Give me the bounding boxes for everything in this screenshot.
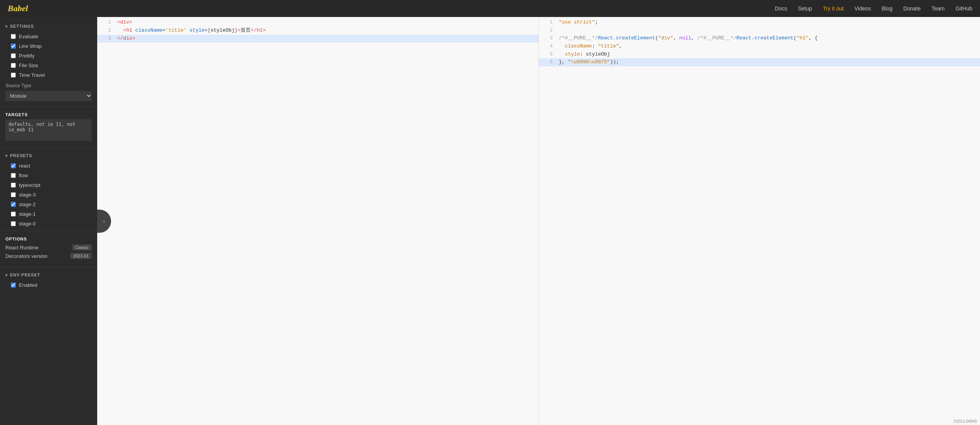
preset-item-stage-1: stage-1 [0,209,97,219]
output-line-number-5: 5 [542,51,553,58]
output-line-2: 2 [539,27,980,34]
nav-link-donate[interactable]: Donate [903,5,921,12]
nav-link-team[interactable]: Team [931,5,945,12]
output-line-content-4: className: "title", [559,42,977,51]
enabled-item: Enabled [0,280,97,290]
preset-item-stage-0: stage-0 [0,219,97,229]
filesize-label[interactable]: File Size [19,63,38,68]
preset-item-typescript: typescript [0,180,97,190]
nav-link-docs[interactable]: Docs [775,5,787,12]
preset-stage-0-label[interactable]: stage-0 [19,221,35,227]
output-line-number-2: 2 [542,27,553,34]
input-lines: 1<div>2 <h1 className='title' style={sty… [97,17,538,425]
preset-item-stage-2: stage-2 [0,200,97,209]
filesize-checkbox[interactable] [11,63,16,68]
divider-1 [0,107,97,107]
line-content-2: <h1 className='title' style={styleObj}>首… [117,27,535,35]
output-line-5: 5 style: styleObj [539,51,980,59]
react-runtime-label: React Runtime [5,245,39,251]
settings-items: EvaluateLine WrapPrettifyFile SizeTime T… [0,32,97,80]
input-line-2: 2 <h1 className='title' style={styleObj}… [97,27,538,35]
chevron-down-icon: ▾ [5,24,8,29]
targets-label: TARGETS [5,112,92,117]
options-section: OPTIONS React Runtime Classic Decorators… [0,234,97,264]
line-content-1: <div> [117,19,535,27]
chevron-down-icon-2: ▾ [5,154,8,158]
logo: Babel [8,3,28,14]
preset-react-label[interactable]: react [19,163,30,169]
output-line-number-4: 4 [542,42,553,50]
enabled-checkbox[interactable] [11,283,16,288]
line-content-3: </div> [117,35,535,43]
prettify-checkbox[interactable] [11,53,16,58]
settings-item-prettify: Prettify [0,51,97,61]
preset-flow-label[interactable]: flow [19,173,28,178]
source-type-select[interactable]: Module [5,91,92,101]
divider-2 [0,147,97,148]
output-line-3: 3/*#__PURE__*/React.createElement("div",… [539,34,980,42]
targets-textarea[interactable]: defaults, not ie 11, not ie_mob 11 [5,119,92,141]
output-line-number-3: 3 [542,34,553,42]
react-runtime-button[interactable]: Classic [72,244,92,251]
top-nav: Babel DocsSetupTry it outVideosBlogDonat… [0,0,980,17]
evaluate-label[interactable]: Evaluate [19,34,39,39]
output-line-content-1: "use strict"; [559,19,977,27]
preset-flow-checkbox[interactable] [11,173,16,178]
decorators-version-button[interactable]: 2023-01 [70,253,92,259]
output-line-6: 6}, "\u9996\u9875")); [539,58,980,66]
env-preset-header[interactable]: ▾ ENV PRESET [0,269,97,280]
timetravel-label[interactable]: Time Travel [19,72,45,78]
input-editor-pane[interactable]: 1<div>2 <h1 className='title' style={sty… [97,17,538,425]
nav-link-try-it-out[interactable]: Try it out [823,5,844,12]
preset-stage-0-checkbox[interactable] [11,221,16,226]
main-layout: ▾ SETTINGS EvaluateLine WrapPrettifyFile… [0,17,980,425]
settings-item-filesize: File Size [0,61,97,70]
prettify-label[interactable]: Prettify [19,53,34,59]
presets-header[interactable]: ▾ PRESETS [0,150,97,161]
settings-item-evaluate: Evaluate [0,32,97,41]
enabled-label[interactable]: Enabled [19,282,37,288]
preset-item-react: react [0,161,97,171]
nav-link-github[interactable]: GitHub [955,5,972,12]
input-line-1: 1<div> [97,19,538,27]
preset-stage-1-checkbox[interactable] [11,212,16,217]
preset-item-flow: flow [0,171,97,180]
preset-stage-3-checkbox[interactable] [11,192,16,197]
settings-item-linewrap: Line Wrap [0,41,97,51]
output-line-4: 4 className: "title", [539,42,980,51]
decorators-version-label: Decorators version [5,253,47,259]
settings-header[interactable]: ▾ SETTINGS [0,21,97,32]
line-number-2: 2 [100,27,111,34]
evaluate-checkbox[interactable] [11,34,16,39]
output-line-1: 1"use strict"; [539,19,980,27]
preset-react-checkbox[interactable] [11,163,16,168]
sidebar: ▾ SETTINGS EvaluateLine WrapPrettifyFile… [0,17,97,425]
nav-link-setup[interactable]: Setup [798,5,812,12]
editor-container: ‹ 1<div>2 <h1 className='title' style={s… [97,17,980,425]
output-line-number-6: 6 [542,58,553,66]
source-type-section: Source Type Module [0,80,97,104]
output-line-content-5: style: styleObj [559,51,977,59]
decorators-version-row: Decorators version 2023-01 [5,253,92,259]
preset-stage-1-label[interactable]: stage-1 [19,211,35,217]
preset-stage-2-label[interactable]: stage-2 [19,201,35,207]
preset-typescript-checkbox[interactable] [11,183,16,188]
nav-link-blog[interactable]: Blog [882,5,892,12]
preset-stage-3-label[interactable]: stage-3 [19,192,35,198]
output-lines: 1"use strict";23/*#__PURE__*/React.creat… [539,17,980,425]
targets-section: TARGETS defaults, not ie 11, not ie_mob … [0,109,97,145]
output-line-content-6: }, "\u9996\u9875")); [559,58,977,66]
settings-item-timetravel: Time Travel [0,70,97,80]
preset-stage-2-checkbox[interactable] [11,202,16,207]
linewrap-label[interactable]: Line Wrap [19,43,42,49]
linewrap-checkbox[interactable] [11,44,16,49]
chevron-down-icon-3: ▾ [5,273,8,277]
source-type-label: Source Type [5,83,92,88]
options-label: OPTIONS [5,237,92,241]
preset-typescript-label[interactable]: typescript [19,182,40,188]
preset-item-stage-3: stage-3 [0,190,97,200]
timetravel-checkbox[interactable] [11,73,16,78]
nav-link-videos[interactable]: Videos [854,5,871,12]
version-tag: ©2011-04945 [953,419,977,423]
input-line-3: 3</div> [97,35,538,43]
